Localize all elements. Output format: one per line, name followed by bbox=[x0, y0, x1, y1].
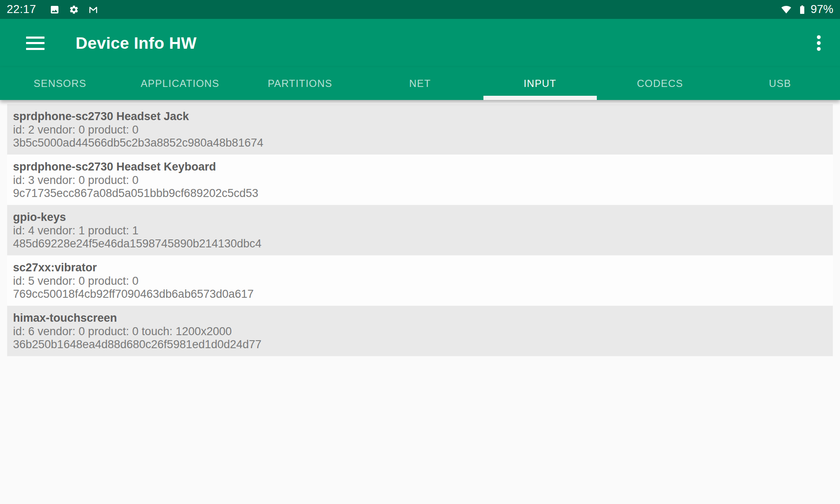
device-name: gpio-keys bbox=[13, 210, 827, 224]
device-name: sc27xx:vibrator bbox=[13, 260, 827, 275]
tab-net[interactable]: NET bbox=[360, 67, 480, 100]
wifi-icon bbox=[781, 5, 791, 15]
device-name: sprdphone-sc2730 Headset Keyboard bbox=[13, 160, 827, 174]
device-hash: 3b5c5000ad44566db5c2b3a8852c980a48b81674 bbox=[13, 136, 827, 150]
device-hash: 485d69228e24f5e46da1598745890b214130dbc4 bbox=[13, 237, 827, 250]
battery-percent: 97% bbox=[811, 3, 833, 16]
device-details: id: 2 vendor: 0 product: 0 bbox=[13, 123, 827, 136]
selected-tab-indicator bbox=[483, 96, 597, 100]
settings-notification-icon bbox=[69, 5, 79, 15]
status-bar-right: 97% bbox=[775, 3, 833, 16]
tab-sensors[interactable]: SENSORS bbox=[0, 67, 120, 100]
device-hash: 769cc50018f4cb92ff7090463db6ab6573d0a617 bbox=[13, 288, 827, 301]
device-hash: 36b250b1648ea4d88d680c26f5981ed1d0d24d77 bbox=[13, 338, 827, 351]
tab-label: APPLICATIONS bbox=[141, 78, 219, 89]
device-info-hw-screen: 22:17 97% Devic bbox=[0, 0, 840, 504]
tab-codecs[interactable]: CODECS bbox=[600, 67, 720, 100]
device-details: id: 3 vendor: 0 product: 0 bbox=[13, 174, 827, 187]
device-name: sprdphone-sc2730 Headset Jack bbox=[13, 109, 827, 123]
device-row[interactable]: himax-touchscreenid: 6 vendor: 0 product… bbox=[7, 306, 833, 356]
device-row[interactable]: sc27xx:vibratorid: 5 vendor: 0 product: … bbox=[7, 255, 833, 306]
device-row[interactable]: gpio-keysid: 4 vendor: 1 product: 1485d6… bbox=[7, 205, 833, 255]
gmail-notification-icon bbox=[88, 5, 98, 15]
device-details: id: 4 vendor: 1 product: 1 bbox=[13, 224, 827, 237]
menu-icon[interactable] bbox=[26, 37, 45, 50]
clock: 22:17 bbox=[7, 3, 36, 16]
device-hash: 9c71735ecc867a08d5a051bbb9cf689202c5cd53 bbox=[13, 187, 827, 200]
status-bar-left: 22:17 bbox=[7, 3, 108, 16]
device-list: sprdphone-sc2730 Headset Jackid: 2 vendo… bbox=[0, 100, 840, 504]
page-title: Device Info HW bbox=[76, 34, 197, 52]
tab-usb[interactable]: USB bbox=[720, 67, 840, 100]
tab-partitions[interactable]: PARTITIONS bbox=[240, 67, 360, 100]
tab-label: INPUT bbox=[524, 78, 556, 89]
tab-label: SENSORS bbox=[34, 78, 87, 89]
app-bar: Device Info HW bbox=[0, 19, 840, 67]
status-bar: 22:17 97% bbox=[0, 0, 840, 19]
tab-label: CODECS bbox=[637, 78, 683, 89]
tab-label: PARTITIONS bbox=[268, 78, 332, 89]
overflow-menu-icon[interactable] bbox=[814, 32, 823, 55]
image-notification-icon bbox=[50, 5, 60, 15]
device-row[interactable]: sprdphone-sc2730 Headset Keyboardid: 3 v… bbox=[7, 155, 833, 205]
device-row[interactable]: sprdphone-sc2730 Headset Jackid: 2 vendo… bbox=[7, 104, 833, 155]
tab-label: USB bbox=[769, 78, 791, 89]
battery-icon bbox=[797, 5, 807, 15]
device-details: id: 6 vendor: 0 product: 0 touch: 1200x2… bbox=[13, 325, 827, 338]
tab-bar: SENSORSAPPLICATIONSPARTITIONSNETINPUTCOD… bbox=[0, 67, 840, 100]
tab-applications[interactable]: APPLICATIONS bbox=[120, 67, 240, 100]
tab-label: NET bbox=[409, 78, 431, 89]
tab-input[interactable]: INPUT bbox=[480, 67, 600, 100]
device-name: himax-touchscreen bbox=[13, 311, 827, 325]
device-details: id: 5 vendor: 0 product: 0 bbox=[13, 275, 827, 288]
